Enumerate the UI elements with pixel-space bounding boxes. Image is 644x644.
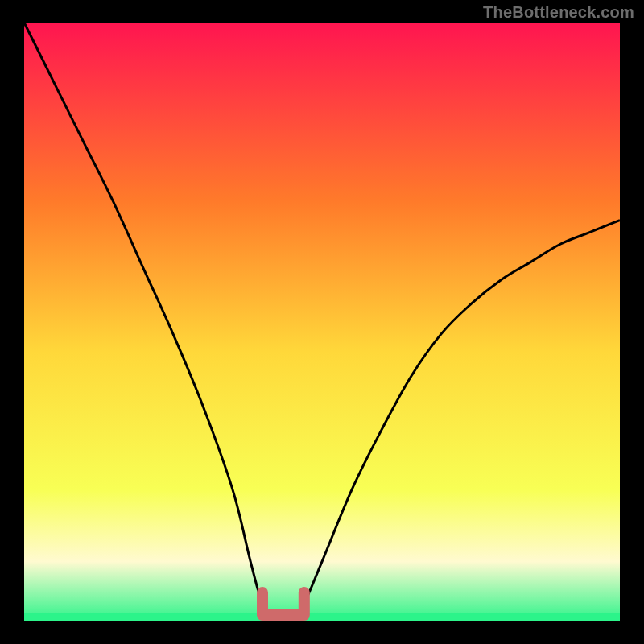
chart-frame: TheBottleneck.com [0, 0, 644, 644]
gradient-background [24, 23, 620, 621]
bottleneck-chart [0, 0, 644, 644]
watermark-text: TheBottleneck.com [483, 3, 634, 22]
baseline-band [24, 613, 620, 621]
